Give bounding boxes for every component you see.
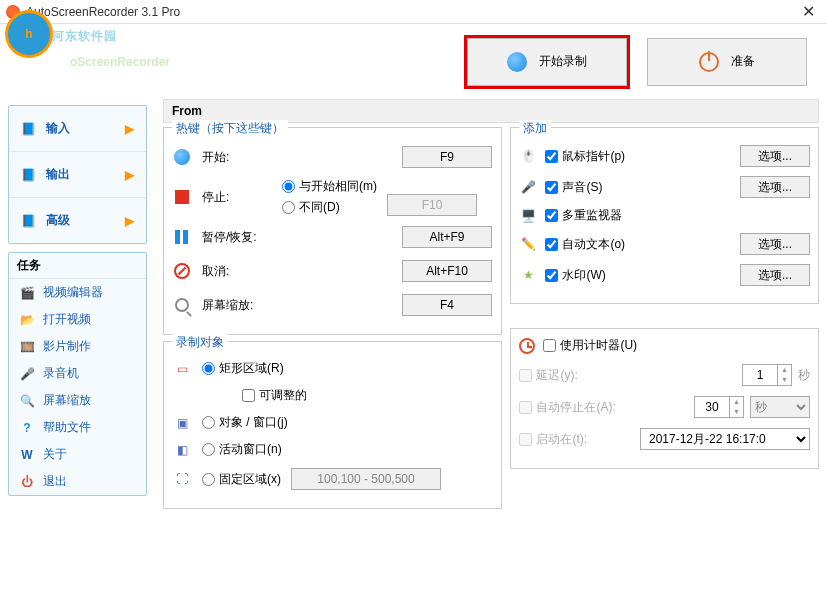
exit-icon: ⏻	[19, 474, 35, 490]
nav-output-label: 输出	[46, 166, 70, 183]
cancel-icon	[174, 263, 190, 279]
task-open-video[interactable]: 📂打开视频	[9, 306, 146, 333]
nav-advanced[interactable]: 📘高级▶	[9, 198, 146, 243]
tasks-header: 任务	[9, 253, 146, 279]
about-icon: W	[19, 447, 35, 463]
pause-label: 暂停/恢复:	[202, 229, 272, 246]
stop-label: 停止:	[202, 189, 272, 206]
film-icon: 🎞️	[19, 339, 35, 355]
object-radio[interactable]: 对象 / 窗口(j)	[202, 414, 288, 431]
help-icon: ?	[19, 420, 35, 436]
autotext-icon: ✏️	[519, 237, 537, 251]
watermark-check[interactable]: 水印(W)	[545, 267, 732, 284]
adjustable-check[interactable]: 可调整的	[242, 387, 307, 404]
stop-same-radio[interactable]: 与开始相同(m)	[282, 178, 377, 195]
chevron-right-icon: ▶	[125, 168, 134, 182]
startat-datetime[interactable]: 2017-12月-22 16:17:0	[640, 428, 810, 450]
nav-input[interactable]: 📘输入▶	[9, 106, 146, 152]
add-legend: 添加	[519, 120, 551, 137]
power-icon	[699, 52, 719, 72]
chevron-right-icon: ▶	[125, 214, 134, 228]
sec-label: 秒	[798, 367, 810, 384]
window-icon: ▣	[172, 416, 192, 430]
nav-output[interactable]: 📘输出▶	[9, 152, 146, 198]
task-movie-make[interactable]: 🎞️影片制作	[9, 333, 146, 360]
record-target-legend: 录制对象	[172, 334, 228, 351]
autostop-spinner[interactable]: ▲▼	[694, 396, 744, 418]
record-icon	[507, 52, 527, 72]
rect-radio[interactable]: 矩形区域(R)	[202, 360, 284, 377]
task-screen-zoom[interactable]: 🔍屏幕缩放	[9, 387, 146, 414]
monitor-icon: 🖥️	[519, 209, 537, 223]
pause-hotkey-button[interactable]: Alt+F9	[402, 226, 492, 248]
active-radio[interactable]: 活动窗口(n)	[202, 441, 282, 458]
autostop-check[interactable]: 自动停止在(A):	[519, 399, 615, 416]
sound-icon: 🎤	[519, 180, 537, 194]
folder-icon: 📂	[19, 312, 35, 328]
fixed-coords[interactable]: 100,100 - 500,500	[291, 468, 441, 490]
task-about[interactable]: W关于	[9, 441, 146, 468]
watermark-options-button[interactable]: 选项...	[740, 264, 810, 286]
stop-diff-radio[interactable]: 不同(D)	[282, 199, 377, 216]
mic-icon: 🎤	[19, 366, 35, 382]
task-exit[interactable]: ⏻退出	[9, 468, 146, 495]
active-window-icon: ◧	[172, 443, 192, 457]
close-button[interactable]: ✕	[796, 2, 821, 21]
task-recorder[interactable]: 🎤录音机	[9, 360, 146, 387]
zoom-icon: 🔍	[19, 393, 35, 409]
nav-advanced-label: 高级	[46, 212, 70, 229]
pause-icon	[175, 230, 189, 244]
chevron-right-icon: ▶	[125, 122, 134, 136]
start-label: 开始:	[202, 149, 272, 166]
start-icon	[174, 149, 190, 165]
sound-options-button[interactable]: 选项...	[740, 176, 810, 198]
window-title: AutoScreenRecorder 3.1 Pro	[26, 5, 796, 19]
rect-icon: ▭	[172, 362, 192, 376]
monitor-check[interactable]: 多重监视器	[545, 207, 810, 224]
app-icon	[6, 5, 20, 19]
zoom-icon	[175, 298, 189, 312]
zoom-hotkey-button[interactable]: F4	[402, 294, 492, 316]
pointer-options-button[interactable]: 选项...	[740, 145, 810, 167]
cancel-label: 取消:	[202, 263, 272, 280]
start-record-button[interactable]: 开始录制	[467, 38, 627, 86]
startat-check[interactable]: 启动在(t):	[519, 431, 587, 448]
prepare-label: 准备	[731, 53, 755, 70]
task-help[interactable]: ?帮助文件	[9, 414, 146, 441]
stop-hotkey-button[interactable]: F10	[387, 194, 477, 216]
autostop-unit-select[interactable]: 秒	[750, 396, 810, 418]
zoom-label: 屏幕缩放:	[202, 297, 272, 314]
delay-check[interactable]: 延迟(y):	[519, 367, 577, 384]
nav-input-label: 输入	[46, 120, 70, 137]
prepare-button[interactable]: 准备	[647, 38, 807, 86]
fixed-radio[interactable]: 固定区域(x)	[202, 471, 281, 488]
watermark-icon: ★	[519, 268, 537, 282]
delay-spinner[interactable]: ▲▼	[742, 364, 792, 386]
pointer-icon: 🖱️	[519, 149, 537, 163]
clock-icon	[519, 338, 535, 354]
cancel-hotkey-button[interactable]: Alt+F10	[402, 260, 492, 282]
pointer-check[interactable]: 鼠标指针(p)	[545, 148, 732, 165]
stop-icon	[175, 190, 189, 204]
sound-check[interactable]: 声音(S)	[545, 179, 732, 196]
use-timer-check[interactable]: 使用计时器(U)	[543, 337, 637, 354]
autotext-check[interactable]: 自动文本(o)	[545, 236, 732, 253]
task-video-editor[interactable]: 🎬视频编辑器	[9, 279, 146, 306]
start-record-label: 开始录制	[539, 53, 587, 70]
fixed-icon: ⛶	[172, 472, 192, 486]
start-hotkey-button[interactable]: F9	[402, 146, 492, 168]
autotext-options-button[interactable]: 选项...	[740, 233, 810, 255]
editor-icon: 🎬	[19, 285, 35, 301]
hotkeys-legend: 热键（按下这些键）	[172, 120, 288, 137]
